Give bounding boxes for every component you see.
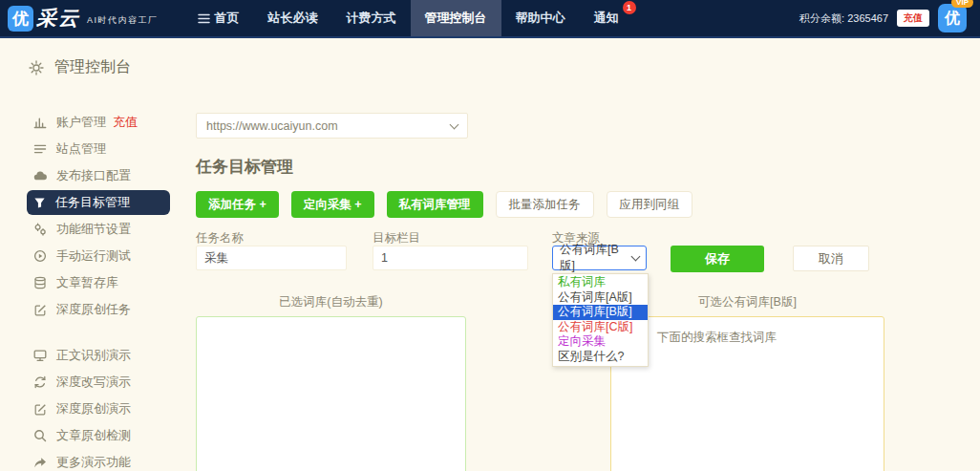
refresh-icon xyxy=(33,375,47,389)
sidebar: 账户管理 充值 站点管理 发布接口配置 任务目标管理 功能细节设置 xyxy=(27,109,170,471)
sidebar-item-deep-original-demo[interactable]: 深度原创演示 xyxy=(27,396,170,422)
edit-icon xyxy=(33,402,47,416)
nav-item-label: 首页 xyxy=(215,0,240,36)
brand-tagline: AI时代内容工厂 xyxy=(87,14,159,27)
chevron-down-icon xyxy=(450,119,459,129)
sidebar-item-label: 深度改写演示 xyxy=(56,374,131,391)
target-column-label: 目标栏目 xyxy=(373,230,420,246)
article-source-dropdown: 私有词库 公有词库[A版] 公有词库[B版] 公有词库[C版] 定向采集 区别是… xyxy=(552,273,649,367)
search-icon xyxy=(33,429,47,442)
nav-item-must-read[interactable]: 站长必读 xyxy=(254,0,332,36)
points-balance: 积分余额: 2365467 xyxy=(799,11,888,26)
save-button[interactable]: 保存 xyxy=(671,246,764,272)
brand-name: 采云 xyxy=(36,5,80,32)
nav-item-notifications[interactable]: 通知 1 xyxy=(580,0,633,36)
nav-item-label: 管理控制台 xyxy=(425,0,487,36)
share-arrow-icon xyxy=(33,456,47,469)
nav-item-label: 站长必读 xyxy=(268,0,318,36)
sidebar-divider xyxy=(27,323,170,342)
page-title: 管理控制台 xyxy=(54,57,131,77)
sidebar-item-originality-check[interactable]: 文章原创检测 xyxy=(27,422,170,449)
nav-item-billing[interactable]: 计费方式 xyxy=(332,0,411,36)
chevron-down-icon xyxy=(631,252,641,262)
cloud-upload-icon xyxy=(33,169,47,182)
site-list-icon xyxy=(33,142,47,156)
sidebar-item-sites[interactable]: 站点管理 xyxy=(27,136,170,162)
available-lexicon-hint: 下面的搜索框查找词库 xyxy=(657,330,884,346)
dropdown-option-public-a[interactable]: 公有词库[A版] xyxy=(553,290,648,306)
app-window: 优 采云 AI时代内容工厂 首页 站长必读 计费方式 管理控制台 帮助中心 xyxy=(0,0,980,471)
toolbar: 添加任务 + 定向采集 + 私有词库管理 批量添加任务 应用到同组 xyxy=(196,191,692,218)
directed-collect-button[interactable]: 定向采集 + xyxy=(291,191,374,218)
gear-icon xyxy=(29,60,44,75)
gears-icon xyxy=(33,223,47,236)
play-icon xyxy=(33,249,47,263)
sidebar-item-label: 文章暂存库 xyxy=(56,274,118,291)
bar-chart-icon xyxy=(33,116,47,129)
nav-right: 积分余额: 2365467 充值 优 VIP xyxy=(799,4,980,32)
sidebar-item-publish-api[interactable]: 发布接口配置 xyxy=(27,162,170,189)
sidebar-item-article-buffer[interactable]: 文章暂存库 xyxy=(27,269,170,296)
section-title: 任务目标管理 xyxy=(196,156,293,178)
nav-item-label: 计费方式 xyxy=(347,0,396,36)
sidebar-item-label: 手动运行测试 xyxy=(56,247,131,265)
dropdown-option-private[interactable]: 私有词库 xyxy=(553,275,648,290)
edit-icon xyxy=(33,303,47,316)
vip-badge: VIP xyxy=(951,0,973,8)
top-navbar: 优 采云 AI时代内容工厂 首页 站长必读 计费方式 管理控制台 帮助中心 xyxy=(0,0,980,38)
sidebar-item-label: 账户管理 xyxy=(56,114,106,131)
available-lexicon-label: 可选公有词库[B版] xyxy=(610,294,884,310)
sidebar-recharge-link[interactable]: 充值 xyxy=(113,114,138,131)
cancel-button[interactable]: 取消 xyxy=(793,246,869,271)
apply-to-group-button[interactable]: 应用到同组 xyxy=(607,191,693,218)
sidebar-item-label: 站点管理 xyxy=(56,140,106,158)
sidebar-item-manual-test[interactable]: 手动运行测试 xyxy=(27,243,170,269)
nav-item-label: 通知 xyxy=(594,0,619,36)
brand-logo[interactable]: 优 采云 AI时代内容工厂 xyxy=(8,5,159,32)
sidebar-item-task-targets[interactable]: 任务目标管理 xyxy=(27,190,170,215)
sidebar-item-deep-original-task[interactable]: 深度原创任务 xyxy=(27,296,170,323)
sidebar-item-label: 文章原创检测 xyxy=(56,427,131,444)
dropdown-option-difference[interactable]: 区别是什么? xyxy=(553,350,648,365)
sidebar-item-label: 深度原创任务 xyxy=(56,301,131,318)
hamburger-icon xyxy=(198,13,210,24)
sidebar-item-label: 深度原创演示 xyxy=(56,400,131,417)
nav-item-label: 帮助中心 xyxy=(516,0,565,36)
dropdown-option-public-c[interactable]: 公有词库[C版] xyxy=(553,320,648,335)
article-source-value: 公有词库[B版] xyxy=(560,242,632,274)
sidebar-item-label: 功能细节设置 xyxy=(56,221,131,238)
user-avatar[interactable]: 优 VIP xyxy=(938,4,967,32)
add-task-button[interactable]: 添加任务 + xyxy=(196,191,279,218)
notification-badge: 1 xyxy=(623,1,636,14)
site-url-value: https://www.ucaiyun.com xyxy=(206,119,338,133)
recharge-button[interactable]: 充值 xyxy=(897,10,929,27)
selected-lexicon-label: 已选词库(自动去重) xyxy=(196,294,466,310)
nav-item-console[interactable]: 管理控制台 xyxy=(411,0,501,36)
sidebar-item-account[interactable]: 账户管理 充值 xyxy=(27,109,170,136)
sidebar-item-deep-rewrite-demo[interactable]: 深度改写演示 xyxy=(27,369,170,396)
sidebar-item-body-extract-demo[interactable]: 正文识别演示 xyxy=(27,342,170,369)
monitor-icon xyxy=(33,349,47,362)
target-column-input[interactable] xyxy=(373,246,528,270)
dropdown-option-public-b[interactable]: 公有词库[B版] xyxy=(553,305,648,320)
sidebar-item-more-demos[interactable]: 更多演示功能 xyxy=(27,449,170,471)
avatar-text: 优 xyxy=(938,4,967,32)
nav-menu: 首页 站长必读 计费方式 管理控制台 帮助中心 通知 1 xyxy=(183,0,633,36)
site-url-select[interactable]: https://www.ucaiyun.com xyxy=(196,113,468,139)
nav-item-home[interactable]: 首页 xyxy=(183,0,254,36)
selected-lexicon-box[interactable] xyxy=(196,316,466,471)
sidebar-item-feature-settings[interactable]: 功能细节设置 xyxy=(27,216,170,243)
available-lexicon-box[interactable]: 下面的搜索框查找词库 xyxy=(610,316,884,471)
nav-item-help[interactable]: 帮助中心 xyxy=(501,0,580,36)
batch-add-task-button[interactable]: 批量添加任务 xyxy=(496,191,594,218)
sidebar-item-label: 更多演示功能 xyxy=(56,454,131,471)
sidebar-item-label: 正文识别演示 xyxy=(56,347,131,364)
dropdown-option-directed[interactable]: 定向采集 xyxy=(553,334,648,350)
sidebar-item-label: 任务目标管理 xyxy=(55,194,130,211)
private-lexicon-button[interactable]: 私有词库管理 xyxy=(387,191,483,218)
logo-square: 优 xyxy=(8,6,33,32)
database-icon xyxy=(33,276,47,289)
article-source-select[interactable]: 公有词库[B版] xyxy=(552,246,647,270)
task-name-label: 任务名称 xyxy=(196,230,244,246)
task-name-input[interactable] xyxy=(196,246,347,270)
